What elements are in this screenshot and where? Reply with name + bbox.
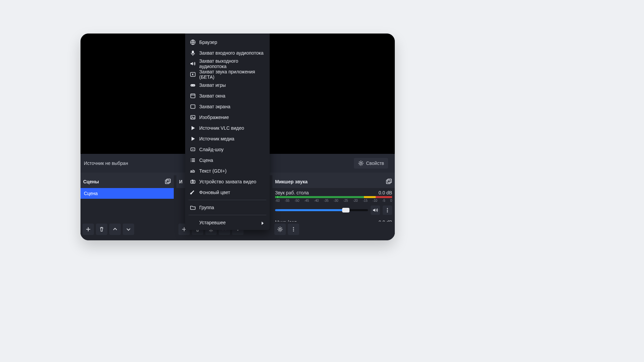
mixer-body: Звук раб. стола 0.0 dB -60-55-50-45-40-3… [272,188,395,222]
menu-item[interactable]: Слайд-шоу [185,144,270,155]
menu-item-label: Фоновый цвет [199,190,230,195]
camera-icon [190,179,196,185]
scene-move-down-button[interactable] [123,224,134,235]
channel-menu-button[interactable] [383,205,392,215]
brush-icon [190,189,196,195]
menu-item-label: Захват окна [199,93,225,99]
menu-item-label: Устройство захвата видео [199,179,256,184]
menu-item-label: Захват выходного аудиопотока [199,58,265,69]
mixer-menu-button[interactable] [288,224,299,235]
scenes-title: Сцены [83,179,99,184]
volume-slider[interactable] [275,209,368,211]
window-icon [190,93,196,99]
menu-item-label: Устаревшее [199,220,226,225]
menu-item-label: Захват экрана [199,104,230,109]
meter-ticks: -60-55-50-45-40-35-30-25-20-15-10-50 [275,199,392,202]
menu-item[interactable]: Группа [185,202,270,213]
menu-item-label: Текст (GDI+) [199,168,227,174]
gear-icon [358,160,364,166]
scenes-panel: Сцены Сцена [80,175,174,237]
channel-level: 0.0 dB [379,190,392,195]
mixer-channel: Звук раб. стола 0.0 dB -60-55-50-45-40-3… [275,190,392,215]
slideshow-icon [190,146,196,153]
menu-item[interactable]: Захват звука приложения (БЕТА) [185,69,270,80]
play-icon [190,136,196,142]
menu-item-label: Источник медиа [199,136,234,141]
app-audio-icon [190,71,196,77]
menu-item-label: Сцена [199,158,213,163]
menu-separator [189,215,266,215]
mixer-settings-button[interactable] [274,224,286,235]
scenes-body: Сцена [80,188,174,222]
menu-item-label: Источник VLC видео [199,125,244,131]
popout-icon[interactable] [386,179,392,185]
text-icon [190,168,196,174]
menu-item[interactable]: Устройство захвата видео [185,176,270,187]
plus-icon [85,226,91,232]
dots-icon [290,226,297,232]
no-source-label: Источник не выбран [84,161,128,166]
menu-item-label: Захват игры [199,82,226,88]
submenu-arrow-icon [259,220,265,226]
popout-icon[interactable] [165,179,171,185]
properties-button[interactable]: Свойств [354,158,388,169]
menu-item[interactable]: Источник медиа [185,133,270,144]
scene-move-up-button[interactable] [109,224,121,235]
obs-window: Источник не выбран Свойств Сцены Сцена [80,34,395,240]
menu-item-label: Слайд-шоу [199,147,224,152]
mixer-panel: Микшер звука Звук раб. стола 0.0 dB -60-… [272,175,395,237]
menu-item[interactable]: Браузер [185,37,270,48]
menu-separator [189,200,266,200]
mute-button[interactable] [371,205,380,215]
menu-item[interactable]: Захват выходного аудиопотока [185,58,270,69]
trash-icon [99,226,105,232]
scene-add-button[interactable] [83,224,94,235]
menu-item-label: Изображение [199,115,229,120]
chevron-down-icon [125,226,131,232]
menu-item[interactable]: Сцена [185,155,270,166]
sources-title: И [179,179,182,184]
menu-item[interactable]: Изображение [185,112,270,123]
scenes-header: Сцены [80,175,174,188]
mixer-toolbar [272,222,395,237]
menu-item-label: Захват звука приложения (БЕТА) [199,69,265,80]
chevron-up-icon [112,226,118,232]
mixer-title: Микшер звука [275,179,308,184]
menu-item[interactable]: Источник VLC видео [185,123,270,133]
menu-item[interactable]: Захват окна [185,90,270,101]
add-source-menu[interactable]: Браузер Захват входного аудиопотока Захв… [185,34,270,230]
play-icon [190,125,196,131]
volume-meter: -60-55-50-45-40-35-30-25-20-15-10-50 [275,196,392,203]
gamepad-icon [190,82,196,88]
menu-item[interactable]: Захват игры [185,80,270,90]
globe-icon [190,39,196,45]
mic-icon [190,50,196,56]
menu-item[interactable]: Текст (GDI+) [185,166,270,176]
menu-item[interactable]: Захват входного аудиопотока [185,48,270,58]
mixer-header: Микшер звука [272,175,395,188]
channel-name: Звук раб. стола [275,190,309,195]
gear-icon [277,226,283,232]
scenes-toolbar [80,222,174,237]
menu-item[interactable]: Устаревшее [185,217,270,228]
menu-item[interactable]: Захват экрана [185,101,270,112]
list-icon [190,157,196,163]
scene-item[interactable]: Сцена [80,188,174,199]
blank-icon [190,220,196,226]
display-icon [190,104,196,110]
menu-item-label: Браузер [199,40,217,45]
folder-icon [190,204,196,210]
speaker-icon [190,61,196,67]
properties-label: Свойств [366,161,384,166]
menu-item-label: Группа [199,205,214,210]
scene-remove-button[interactable] [96,224,107,235]
menu-item-label: Захват входного аудиопотока [199,50,263,56]
image-icon [190,114,196,120]
menu-item[interactable]: Фоновый цвет [185,187,270,198]
